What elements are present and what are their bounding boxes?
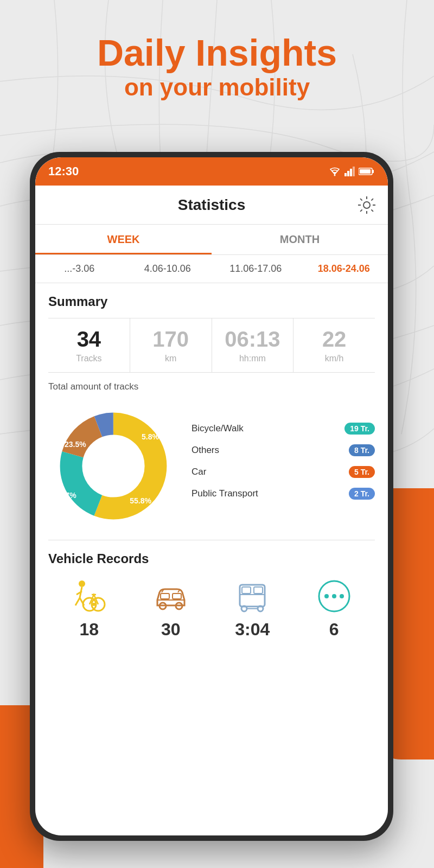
chart-subtitle: Total amount of tracks [48, 381, 375, 392]
stat-km: 170 km [130, 318, 212, 372]
chart-container: 23.5% 5.8% 14.7% 55.8% Bicycle/Walk 19 T… [48, 401, 375, 531]
vehicle-count-bus: 3:04 [235, 620, 270, 640]
summary-title: Summary [48, 294, 375, 309]
svg-rect-2 [347, 171, 349, 176]
date-item-3[interactable]: 18.06-24.06 [300, 263, 388, 275]
svg-point-37 [340, 594, 344, 598]
tab-week[interactable]: WEEK [35, 225, 212, 254]
svg-rect-26 [173, 593, 181, 599]
vehicle-count-car: 30 [161, 620, 181, 640]
svg-point-14 [79, 580, 85, 587]
settings-icon[interactable] [358, 196, 376, 214]
date-item-2[interactable]: 11.06-17.06 [212, 263, 300, 275]
svg-rect-3 [350, 169, 352, 176]
wifi-icon [328, 167, 341, 176]
legend-badge-1: 8 Tr. [349, 444, 375, 456]
svg-rect-27 [240, 585, 265, 607]
status-icons [328, 167, 375, 176]
bicycle-walk-icon [70, 577, 108, 615]
donut-label-blue: 5.8% [142, 432, 159, 441]
vehicle-count-more: 6 [329, 620, 339, 640]
vehicle-item-car: 30 [152, 577, 190, 640]
legend-label-1: Others [192, 445, 219, 456]
header-title: Daily Insights [0, 33, 434, 73]
phone-screen: 12:30 [35, 157, 388, 835]
svg-point-0 [334, 175, 336, 176]
stat-km-value: 170 [130, 327, 212, 352]
svg-point-31 [241, 606, 247, 611]
bus-icon [233, 577, 271, 615]
summary-section: Summary 34 Tracks 170 km 06:13 hh:mm 22 … [35, 283, 388, 373]
donut-label-yellow: 55.8% [130, 496, 151, 505]
vehicle-item-more: 6 [315, 577, 353, 640]
legend-label-3: Public Transport [192, 488, 258, 499]
svg-rect-4 [353, 167, 355, 176]
legend-label-2: Car [192, 467, 206, 477]
date-scroll[interactable]: ...-3.06 4.06-10.06 11.06-17.06 18.06-24… [35, 255, 388, 283]
chart-section: Total amount of tracks 23.5% 5.8% [35, 373, 388, 540]
stat-tracks-label: Tracks [48, 354, 130, 363]
svg-rect-7 [360, 169, 371, 174]
date-item-0[interactable]: ...-3.06 [35, 263, 124, 275]
donut-svg [48, 401, 178, 531]
more-icon [315, 577, 353, 615]
stat-speed-label: km/h [293, 354, 375, 363]
tab-month[interactable]: MONTH [212, 225, 388, 254]
battery-icon [359, 167, 375, 176]
svg-point-36 [332, 594, 336, 598]
svg-rect-29 [242, 587, 251, 593]
vehicle-item-bus: 3:04 [233, 577, 271, 640]
donut-label-brown: 14.7% [55, 491, 76, 500]
legend-item-2: Car 5 Tr. [192, 466, 375, 478]
svg-rect-25 [161, 593, 169, 599]
status-time: 12:30 [48, 164, 79, 178]
app-title: Statistics [178, 196, 246, 214]
donut-chart: 23.5% 5.8% 14.7% 55.8% [48, 401, 178, 531]
app-header: Statistics [35, 186, 388, 225]
stat-speed: 22 km/h [293, 318, 375, 372]
svg-point-21 [92, 603, 95, 606]
date-item-1[interactable]: 4.06-10.06 [124, 263, 212, 275]
vehicle-item-bicycle: 18 [70, 577, 108, 640]
stats-row: 34 Tracks 170 km 06:13 hh:mm 22 km/h [48, 318, 375, 373]
stat-time: 06:13 hh:mm [212, 318, 294, 372]
header-section: Daily Insights on your mobility [0, 33, 434, 102]
svg-rect-6 [372, 170, 374, 173]
stat-km-label: km [130, 354, 212, 363]
svg-rect-1 [344, 173, 347, 176]
legend-item-1: Others 8 Tr. [192, 444, 375, 456]
legend-item-0: Bicycle/Walk 19 Tr. [192, 423, 375, 435]
vehicle-records-section: Vehicle Records [35, 540, 388, 640]
stat-time-value: 06:13 [212, 327, 293, 352]
legend-badge-2: 5 Tr. [349, 466, 375, 478]
svg-point-13 [84, 436, 143, 496]
svg-point-32 [258, 606, 263, 611]
legend-badge-0: 19 Tr. [344, 423, 375, 435]
vehicle-records-title: Vehicle Records [48, 551, 375, 566]
stat-tracks: 34 Tracks [48, 318, 130, 372]
stat-speed-value: 22 [293, 327, 375, 352]
donut-label-teal: 23.5% [65, 440, 86, 449]
svg-point-8 [363, 202, 370, 208]
legend-badge-3: 2 Tr. [349, 488, 375, 500]
tabs-bar: WEEK MONTH [35, 225, 388, 255]
car-icon [152, 577, 190, 615]
chart-legend: Bicycle/Walk 19 Tr. Others 8 Tr. Car 5 T… [192, 423, 375, 509]
legend-item-3: Public Transport 2 Tr. [192, 488, 375, 500]
vehicle-count-bicycle: 18 [79, 620, 99, 640]
stat-time-label: hh:mm [212, 354, 293, 363]
legend-label-0: Bicycle/Walk [192, 423, 244, 434]
signal-icon [344, 167, 355, 176]
status-bar: 12:30 [35, 157, 388, 186]
header-subtitle: on your mobility [0, 73, 434, 102]
stat-tracks-value: 34 [48, 327, 130, 352]
phone-frame: 12:30 [30, 152, 393, 841]
svg-rect-30 [254, 587, 263, 593]
svg-point-35 [324, 594, 329, 598]
svg-line-17 [75, 598, 80, 605]
vehicle-icons-row: 18 30 [48, 577, 375, 640]
